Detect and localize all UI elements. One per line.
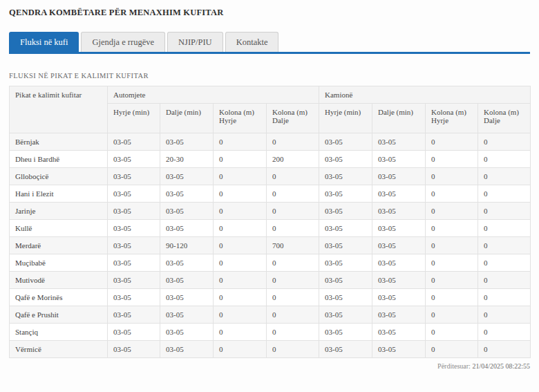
cell-value: 03-05: [160, 133, 214, 151]
cell-value: 03-05: [160, 185, 214, 203]
cell-value: 0: [214, 151, 267, 168]
cell-value: 0: [267, 133, 319, 151]
last-updated: Përditesuar: 21/04/2025 08:22:55: [9, 362, 530, 370]
cell-value: 03-05: [160, 324, 214, 341]
column-header-hyrje-min-kamione: Hyrje (min): [319, 104, 372, 133]
cell-value: 03-05: [160, 289, 214, 306]
cell-value: 03-05: [372, 272, 426, 289]
table-row: Mutivodë03-0503-050003-0503-0500: [10, 272, 531, 289]
cell-value: 0: [478, 324, 531, 341]
tab-fluksi-ne-kufi[interactable]: Fluksi në kufi: [9, 32, 79, 52]
cell-value: 03-05: [160, 168, 214, 185]
cell-value: 0: [426, 151, 478, 168]
cell-crossing-name: Stançiq: [10, 324, 108, 341]
cell-value: 0: [214, 133, 267, 151]
cell-crossing-name: Qafë e Prushit: [10, 306, 108, 324]
table-row: Glloboçicë03-0503-050003-0503-0500: [10, 168, 531, 185]
cell-value: 03-05: [319, 203, 372, 220]
cell-value: 03-05: [372, 341, 426, 358]
cell-value: 03-05: [372, 306, 426, 324]
cell-crossing-name: Glloboçicë: [10, 168, 108, 185]
cell-value: 0: [267, 254, 319, 272]
table-row: Dheu i Bardhë03-0520-30020003-0503-0500: [10, 151, 531, 168]
cell-value: 0: [478, 203, 531, 220]
column-header-hyrje-min-automjete: Hyrje (min): [108, 104, 160, 133]
table-header-row-groups: Pikat e kalimit kufitar Automjete Kamion…: [10, 86, 531, 104]
page: QENDRA KOMBËTARE PËR MENAXHIM KUFITAR Fl…: [0, 0, 539, 392]
column-header-kolona-dalje-automjete: Kolona (m) Dalje: [267, 104, 319, 133]
cell-value: 0: [267, 220, 319, 237]
cell-value: 20-30: [160, 151, 214, 168]
column-header-kolona-hyrje-kamione: Kolona (m) Hyrje: [426, 104, 478, 133]
cell-value: 0: [214, 341, 267, 358]
cell-value: 03-05: [160, 220, 214, 237]
cell-value: 0: [214, 289, 267, 306]
cell-value: 0: [426, 133, 478, 151]
cell-value: 0: [478, 220, 531, 237]
cell-value: 03-05: [319, 324, 372, 341]
cell-value: 03-05: [372, 185, 426, 203]
cell-value: 0: [426, 272, 478, 289]
cell-value: 03-05: [372, 133, 426, 151]
table-row: Kullë03-0503-050003-0503-0500: [10, 220, 531, 237]
table-row: Qafë e Morinës03-0503-050003-0503-0500: [10, 289, 531, 306]
cell-value: 0: [267, 203, 319, 220]
cell-value: 0: [214, 254, 267, 272]
table-row: Merdarë03-0590-120070003-0503-0500: [10, 237, 531, 254]
cell-crossing-name: Merdarë: [10, 237, 108, 254]
cell-value: 0: [214, 324, 267, 341]
cell-crossing-name: Jarinje: [10, 203, 108, 220]
column-header-kolona-hyrje-automjete: Kolona (m) Hyrje: [214, 104, 267, 133]
cell-value: 0: [214, 237, 267, 254]
column-group-kamione: Kamionë: [319, 86, 531, 104]
tab-kontakte[interactable]: Kontakte: [225, 32, 279, 52]
cell-value: 03-05: [372, 151, 426, 168]
cell-value: 03-05: [372, 237, 426, 254]
cell-value: 0: [267, 185, 319, 203]
cell-value: 0: [267, 341, 319, 358]
table-row: Jarinje03-0503-050003-0503-0500: [10, 203, 531, 220]
last-updated-label: Përditesuar:: [437, 362, 471, 370]
cell-value: 03-05: [108, 168, 160, 185]
cell-value: 0: [426, 168, 478, 185]
cell-value: 0: [267, 324, 319, 341]
cell-crossing-name: Hani i Elezit: [10, 185, 108, 203]
cell-value: 0: [426, 203, 478, 220]
cell-value: 0: [426, 220, 478, 237]
cell-value: 0: [426, 185, 478, 203]
cell-value: 03-05: [372, 254, 426, 272]
cell-value: 03-05: [319, 289, 372, 306]
column-header-dalje-min-kamione: Dalje (min): [372, 104, 426, 133]
cell-value: 03-05: [319, 220, 372, 237]
cell-value: 0: [478, 306, 531, 324]
cell-value: 03-05: [108, 341, 160, 358]
cell-crossing-name: Qafë e Morinës: [10, 289, 108, 306]
cell-value: 03-05: [319, 254, 372, 272]
table-body: Bërnjak03-0503-050003-0503-0500Dheu i Ba…: [10, 133, 531, 358]
border-crossings-table: Pikat e kalimit kufitar Automjete Kamion…: [9, 86, 531, 358]
cell-value: 03-05: [160, 341, 214, 358]
column-header-kolona-dalje-kamione: Kolona (m) Dalje: [478, 104, 531, 133]
table-row: Qafë e Prushit03-0503-050003-0503-0500: [10, 306, 531, 324]
cell-value: 03-05: [319, 185, 372, 203]
cell-value: 0: [426, 254, 478, 272]
cell-value: 0: [267, 168, 319, 185]
tab-njip-piu[interactable]: NJIP/PIU: [167, 32, 223, 52]
cell-value: 0: [267, 289, 319, 306]
cell-value: 0: [426, 306, 478, 324]
table-row: Bërnjak03-0503-050003-0503-0500: [10, 133, 531, 151]
tab-gjendja-e-rrugeve[interactable]: Gjendja e rrugëve: [81, 32, 165, 52]
cell-value: 03-05: [372, 168, 426, 185]
cell-crossing-name: Vërmicë: [10, 341, 108, 358]
column-header-crossing-point: Pikat e kalimit kufitar: [10, 86, 108, 133]
cell-value: 90-120: [160, 237, 214, 254]
cell-value: 0: [478, 289, 531, 306]
cell-value: 03-05: [108, 133, 160, 151]
cell-value: 03-05: [108, 254, 160, 272]
cell-value: 0: [478, 254, 531, 272]
cell-value: 0: [478, 185, 531, 203]
cell-value: 03-05: [319, 168, 372, 185]
cell-value: 03-05: [108, 220, 160, 237]
cell-value: 03-05: [319, 272, 372, 289]
cell-value: 03-05: [108, 324, 160, 341]
